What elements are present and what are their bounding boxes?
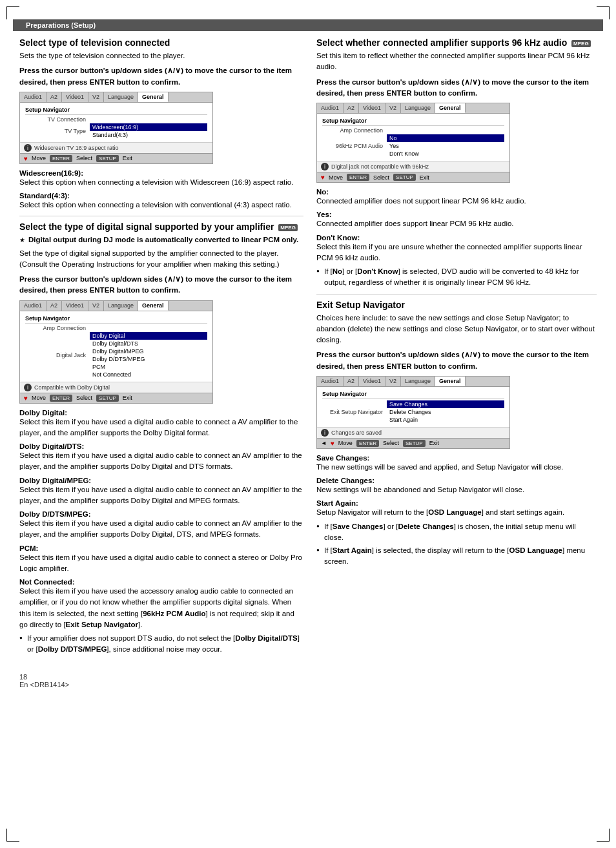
ui-content-96: Setup Navigator Amp Connection 96kHz PCM… bbox=[317, 114, 509, 161]
star-note: Digital output during DJ mode is automat… bbox=[19, 234, 303, 245]
ui-tv-connection-label: TV Connection bbox=[25, 116, 90, 123]
arrow-left-icon: ◄ bbox=[321, 440, 327, 446]
term-standard-body: Select this option when connecting a tel… bbox=[19, 200, 303, 211]
ui-option-save-changes[interactable]: Save Changes bbox=[387, 400, 504, 408]
term-delete-changes: Delete Changes: New settings will be aba… bbox=[316, 477, 597, 495]
ui-setup-nav-label-96: Setup Navigator bbox=[322, 118, 504, 124]
ui-box-96khz: Audio1 A2 Video1 V2 Language General Set… bbox=[316, 103, 510, 183]
footer-page-number: 18 bbox=[19, 673, 27, 681]
ui-setup-nav-label-d: Setup Navigator bbox=[25, 315, 207, 322]
ui-tabs-digital: Audio1 A2 Video1 V2 Language General bbox=[20, 301, 212, 311]
corner-mark-tl bbox=[6, 6, 19, 19]
section-tv-type: Select type of television connected Sets… bbox=[19, 37, 303, 211]
ui-tab-a2-d[interactable]: A2 bbox=[46, 301, 62, 311]
term-not-connected-body: Select this item if you have used the ac… bbox=[19, 586, 303, 630]
ui-tab-general-exit[interactable]: General bbox=[435, 377, 466, 386]
ui-enter-btn-tv[interactable]: ENTER bbox=[50, 155, 72, 162]
term-widescreen-label: Widescreen(16:9): bbox=[19, 169, 303, 177]
ui-option-delete-changes[interactable]: Delete Changes bbox=[387, 408, 504, 416]
section-exit-setup: Exit Setup Navigator Choices here includ… bbox=[316, 300, 597, 568]
bullet-dts-warning: If your amplifier does not support DTS a… bbox=[19, 633, 303, 656]
term-dolby-dts-body: Select this item if you have used a digi… bbox=[19, 450, 303, 473]
ui-tab-language-96[interactable]: Language bbox=[401, 103, 435, 113]
ui-option-widescreen[interactable]: Widescreen(16:9) bbox=[90, 123, 207, 131]
ui-tab-language[interactable]: Language bbox=[104, 92, 138, 102]
ui-tab-audio1-exit[interactable]: Audio1 bbox=[317, 377, 344, 386]
section-tv-type-instruction: Press the cursor button's up/down sides … bbox=[19, 65, 303, 88]
ui-tab-v2-exit[interactable]: V2 bbox=[385, 377, 401, 386]
ui-tab-audio1-d[interactable]: Audio1 bbox=[20, 301, 46, 311]
ui-option-not-connected[interactable]: Not Connected bbox=[90, 371, 207, 378]
footer: 18 En <DRB1414> bbox=[0, 670, 616, 691]
term-not-connected-label: Not Connected: bbox=[19, 578, 303, 586]
term-no-label: No: bbox=[316, 188, 597, 196]
ui-tab-v2-d[interactable]: V2 bbox=[88, 301, 104, 311]
divider-1 bbox=[19, 216, 303, 216]
ui-tab-video1[interactable]: Video1 bbox=[62, 92, 88, 102]
ui-tab-general[interactable]: General bbox=[138, 92, 169, 102]
ui-option-yes[interactable]: Yes bbox=[387, 142, 504, 150]
ui-setup-btn-96[interactable]: SETUP bbox=[393, 174, 416, 181]
ui-tab-audio1[interactable]: Audio1 bbox=[20, 92, 46, 102]
ui-setup-btn-digital[interactable]: SETUP bbox=[96, 395, 119, 402]
section-exit-body: Choices here include: to save the new se… bbox=[316, 313, 597, 346]
ui-content-tv: Setup Navigator TV Connection TV Type Wi… bbox=[20, 103, 212, 142]
ui-select-label-exit: Select bbox=[383, 440, 399, 446]
term-save-changes-label: Save Changes: bbox=[316, 454, 597, 462]
corner-mark-bl bbox=[6, 829, 19, 842]
ui-tab-v2-96[interactable]: V2 bbox=[385, 103, 401, 113]
ui-tab-a2-exit[interactable]: A2 bbox=[344, 377, 359, 386]
footer-model: En <DRB1414> bbox=[19, 681, 69, 688]
ui-tab-video1-exit[interactable]: Video1 bbox=[359, 377, 385, 386]
ui-tab-a2-96[interactable]: A2 bbox=[344, 103, 359, 113]
header-title: Preparations (Setup) bbox=[26, 21, 96, 29]
ui-tab-video1-96[interactable]: Video1 bbox=[359, 103, 385, 113]
ui-option-dolby-mpeg[interactable]: Dolby Digital/MPEG bbox=[90, 347, 207, 355]
ui-select-label-digital: Select bbox=[76, 395, 92, 401]
ui-tab-language-d[interactable]: Language bbox=[104, 301, 138, 311]
term-delete-changes-body: New settings will be abandoned and Setup… bbox=[316, 484, 597, 495]
ui-enter-btn-96[interactable]: ENTER bbox=[347, 174, 369, 181]
ui-info-icon-tv: i bbox=[24, 144, 32, 152]
ui-tab-v2[interactable]: V2 bbox=[88, 92, 104, 102]
ui-setup-btn-tv[interactable]: SETUP bbox=[96, 155, 119, 162]
ui-tab-video1-d[interactable]: Video1 bbox=[62, 301, 88, 311]
term-widescreen-body: Select this option when connecting a tel… bbox=[19, 177, 303, 188]
header-bar: Preparations (Setup) bbox=[13, 19, 603, 31]
ui-option-standard[interactable]: Standard(4:3) bbox=[90, 131, 207, 139]
term-start-again-body: Setup Navigator will return to the [OSD … bbox=[316, 507, 597, 518]
ui-option-dolby-dts-mpeg[interactable]: Dolby D/DTS/MPEG bbox=[90, 355, 207, 363]
mpeg-badge-96: MPEG bbox=[571, 40, 591, 47]
ui-enter-btn-digital[interactable]: ENTER bbox=[50, 395, 72, 402]
term-dont-know-body: Select this item if you are unsure wheth… bbox=[316, 242, 597, 264]
ui-row-tv-connection: TV Connection bbox=[25, 116, 207, 123]
ui-tab-a2[interactable]: A2 bbox=[46, 92, 62, 102]
ui-info-exit: i Changes are saved bbox=[317, 427, 509, 438]
ui-enter-btn-exit[interactable]: ENTER bbox=[356, 440, 379, 447]
term-pcm: PCM: Select this item if you have used a… bbox=[19, 544, 303, 575]
ui-option-dont-know[interactable]: Don't Know bbox=[387, 150, 504, 158]
ui-option-start-again[interactable]: Start Again bbox=[387, 416, 504, 424]
ui-tab-general-96[interactable]: General bbox=[435, 103, 466, 113]
ui-option-dolby-digital[interactable]: Dolby Digital bbox=[90, 332, 207, 340]
term-dolby-dts: Dolby Digital/DTS: Select this item if y… bbox=[19, 442, 303, 473]
ui-tab-language-exit[interactable]: Language bbox=[401, 377, 435, 386]
term-delete-changes-label: Delete Changes: bbox=[316, 477, 597, 484]
ui-option-no[interactable]: No bbox=[387, 134, 504, 142]
ui-option-pcm[interactable]: PCM bbox=[90, 363, 207, 371]
term-dont-know: Don't Know: Select this item if you are … bbox=[316, 234, 597, 264]
term-dolby-digital-label: Dolby Digital: bbox=[19, 409, 303, 417]
term-dolby-d-dts-mpeg: Dolby D/DTS/MPEG: Select this item if yo… bbox=[19, 510, 303, 541]
section-96khz-instruction: Press the cursor button's up/down sides … bbox=[316, 77, 597, 99]
ui-setup-btn-exit[interactable]: SETUP bbox=[403, 440, 426, 447]
ui-info-text-96: Digital jack not compatible with 96kHz bbox=[331, 163, 429, 170]
left-column: Select type of television connected Sets… bbox=[19, 37, 303, 657]
ui-content-exit: Setup Navigator Exit Setup Navigator Sav… bbox=[317, 387, 509, 427]
ui-controls-exit: ◄ ♥ Move ENTER Select SETUP Exit bbox=[317, 438, 509, 448]
ui-setup-nav-label-exit: Setup Navigator bbox=[322, 391, 504, 397]
ui-box-tv-type: Audio1 A2 Video1 V2 Language General Set… bbox=[19, 92, 213, 164]
ui-option-dolby-dts[interactable]: Dolby Digital/DTS bbox=[90, 340, 207, 347]
ui-tab-general-d[interactable]: General bbox=[138, 301, 169, 311]
heart-icon-digital: ♥ bbox=[24, 395, 28, 402]
ui-tab-audio1-96[interactable]: Audio1 bbox=[317, 103, 344, 113]
